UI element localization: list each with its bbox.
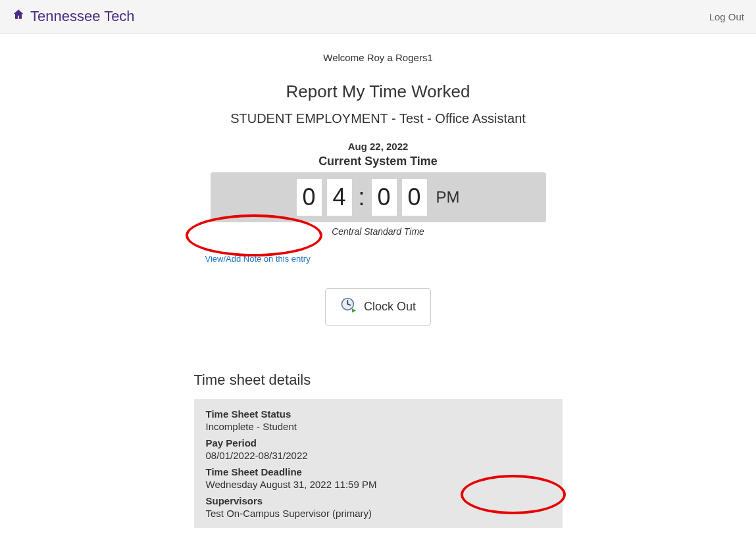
svg-marker-3 [352, 308, 357, 313]
brand-home-link[interactable]: Tennessee Tech [12, 8, 135, 25]
clock-display: 0 4 : 0 0 PM [211, 172, 546, 222]
clock-ampm: PM [436, 188, 460, 206]
home-icon [12, 8, 25, 25]
clock-out-button[interactable]: Clock Out [325, 288, 431, 326]
clock-icon [340, 297, 357, 317]
timezone-label: Central Standard Time [0, 226, 756, 237]
clock-colon: : [357, 183, 366, 211]
page-header: Tennessee Tech Log Out [0, 0, 756, 34]
supervisors-label: Supervisors [206, 495, 551, 506]
main-content: Welcome Roy a Rogers1 Report My Time Wor… [0, 34, 756, 534]
clock-digit-min-ones: 0 [402, 179, 427, 216]
system-time-label: Current System Time [0, 155, 756, 168]
deadline-value: Wednesday August 31, 2022 11:59 PM [206, 479, 551, 490]
position-title: STUDENT EMPLOYMENT - Test - Office Assis… [0, 111, 756, 126]
status-label: Time Sheet Status [206, 408, 551, 420]
clock-digit-hour-ones: 4 [327, 179, 352, 216]
payperiod-value: 08/01/2022-08/31/2022 [206, 450, 551, 461]
deadline-label: Time Sheet Deadline [206, 466, 551, 477]
status-value: Incomplete - Student [206, 421, 551, 432]
clock-out-label: Clock Out [364, 300, 416, 314]
welcome-text: Welcome Roy a Rogers1 [0, 52, 756, 63]
timesheet-details-section: Time sheet details Time Sheet Status Inc… [194, 372, 563, 534]
logout-link[interactable]: Log Out [709, 11, 744, 22]
clock-digit-hour-tens: 0 [297, 179, 322, 216]
current-date: Aug 22, 2022 [0, 141, 756, 152]
details-box: Time Sheet Status Incomplete - Student P… [194, 399, 563, 528]
supervisors-value: Test On-Campus Supervisor (primary) [206, 508, 551, 519]
brand-name: Tennessee Tech [30, 8, 135, 25]
entry-note-row: View/Add Note on this entry [211, 253, 546, 264]
page-title: Report My Time Worked [0, 82, 756, 102]
payperiod-label: Pay Period [206, 437, 551, 449]
details-heading: Time sheet details [194, 372, 563, 389]
clock-digit-min-tens: 0 [372, 179, 397, 216]
view-add-note-entry-link[interactable]: View/Add Note on this entry [205, 254, 311, 264]
